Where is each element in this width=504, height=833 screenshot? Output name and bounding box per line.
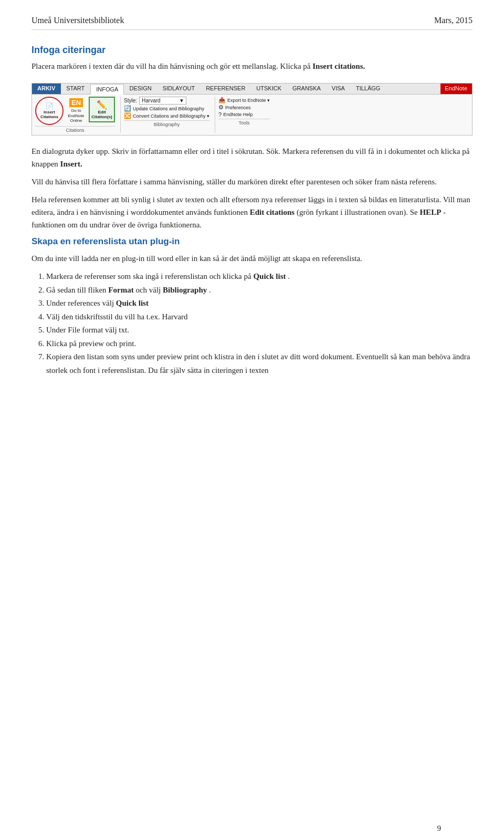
- word-ribbon-illustration: ARKIV START INFOGA DESIGN SIDLAYOUT REFE…: [32, 83, 472, 136]
- institution-name: Umeå Universitetsbibliotek: [32, 16, 124, 25]
- insert-citations-icon: 📄: [45, 102, 54, 110]
- section1-heading: Infoga citeringar: [32, 45, 472, 56]
- section1-para3: Vill du hänvisa till flera författare i …: [32, 175, 472, 188]
- section2-intro: Om du inte vill ladda ner en plug-in til…: [32, 252, 472, 265]
- list-item: Klicka på preview och print.: [46, 337, 472, 351]
- tools-group: 📤 Export to EndNote ▾ ⚙ Preferences ? En…: [218, 97, 270, 133]
- list-item: Markera de referenser som ska ingå i ref…: [46, 270, 472, 284]
- section2-list: Markera de referenser som ska ingå i ref…: [46, 270, 472, 377]
- ribbon-body: 📄 InsertCitations EN Go to EndNoteOnline…: [32, 95, 472, 135]
- export-icon: 📤: [218, 97, 226, 103]
- list-item: Gå sedan till fliken Format och välj Bib…: [46, 284, 472, 297]
- endnote-online-icon: EN: [69, 98, 83, 107]
- tools-section-label: Tools: [218, 119, 270, 126]
- ribbon-tab-utskick: UTSKICK: [251, 84, 287, 94]
- insert-citations-button[interactable]: 📄 InsertCitations: [35, 97, 64, 125]
- section2-heading: Skapa en referenslista utan plug-in: [32, 236, 472, 247]
- help-icon: ?: [218, 111, 222, 118]
- section1-dialog-para: En dialogruta dyker upp. Skriv in förfat…: [32, 145, 472, 170]
- style-dropdown[interactable]: Harvard ▼: [139, 97, 186, 105]
- ribbon-tab-infoga: INFOGA: [90, 84, 124, 95]
- ribbon-tab-design: DESIGN: [124, 84, 157, 94]
- list-item: Under File format välj txt.: [46, 324, 472, 337]
- bibliography-group: Style: Harvard ▼ 🔄 Update Citations and …: [124, 97, 209, 133]
- ribbon-tab-endnote: EndNote: [440, 84, 472, 94]
- ribbon-tab-referenser: REFERENSER: [201, 84, 251, 94]
- section1-para4: Hela referensen kommer att bli synlig i …: [32, 193, 472, 231]
- update-icon: 🔄: [124, 105, 131, 112]
- update-citations-btn[interactable]: 🔄 Update Citations and Bibliography: [124, 105, 209, 112]
- list-item: Kopiera den listan som syns under previe…: [46, 350, 472, 377]
- ribbon-tab-arkiv: ARKIV: [32, 84, 61, 94]
- ribbon-divider-1: [120, 97, 121, 133]
- preferences-icon: ⚙: [218, 104, 224, 111]
- export-endnote-btn[interactable]: 📤 Export to EndNote ▾: [218, 97, 270, 103]
- header-date: Mars, 2015: [434, 16, 472, 25]
- ribbon-tab-sidlayout: SIDLAYOUT: [158, 84, 201, 94]
- style-row: Style: Harvard ▼: [124, 97, 209, 105]
- ribbon-tab-tillagg: TILLÄGG: [351, 84, 386, 94]
- edit-citations-icon: ✏️: [97, 100, 107, 110]
- preferences-btn[interactable]: ⚙ Preferences: [218, 104, 270, 111]
- list-item: Under references välj Quick list: [46, 297, 472, 310]
- edit-citations-button[interactable]: ✏️ EditCitation(s): [89, 97, 115, 122]
- page-header: Umeå Universitetsbibliotek Mars, 2015: [32, 16, 472, 30]
- convert-icon: 🔀: [124, 112, 131, 119]
- list-item: Välj den tidskriftsstil du vill ha t.ex.…: [46, 310, 472, 324]
- ribbon-divider-2: [215, 97, 215, 133]
- bibliography-section-label: Bibliography: [124, 120, 209, 127]
- ribbon-tabs: ARKIV START INFOGA DESIGN SIDLAYOUT REFE…: [32, 84, 472, 95]
- convert-citations-btn[interactable]: 🔀 Convert Citations and Bibliography ▾: [124, 112, 209, 119]
- ribbon-tab-granska: GRANSKA: [287, 84, 327, 94]
- ribbon-tab-start: START: [61, 84, 90, 94]
- insert-citations-group: 📄 InsertCitations EN Go to EndNoteOnline…: [35, 97, 115, 133]
- section1-para1: Placera markören i texten där du vill ha…: [32, 60, 472, 72]
- citations-section-label: Citations: [35, 126, 115, 133]
- endnote-help-btn[interactable]: ? EndNote Help: [218, 111, 270, 118]
- page-number: 9: [437, 824, 442, 833]
- go-to-endnote-button[interactable]: EN Go to EndNoteOnline: [65, 97, 88, 125]
- ribbon-tab-visa: VISA: [327, 84, 351, 94]
